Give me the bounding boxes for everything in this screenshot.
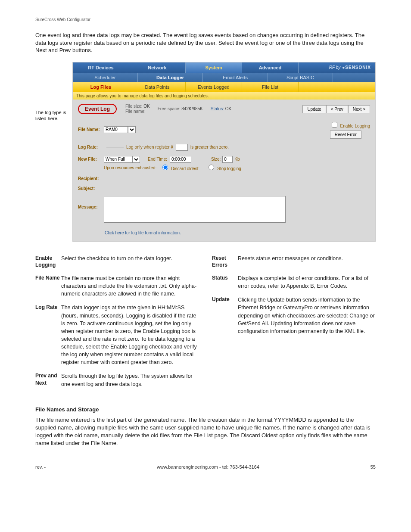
subnav-data-logger[interactable]: Data Logger [138,73,203,82]
topnav-rf-devices[interactable]: RF Devices [73,62,129,73]
enable-logging-checkbox[interactable] [332,122,337,128]
file-name-select[interactable] [128,126,136,133]
file-name-row: File Name: Enable Logging Reset Error [78,121,370,139]
definition-text: Scrolls through the log file types. The … [61,372,199,388]
subnav-scheduler[interactable]: Scheduler [73,73,138,82]
subsubnav-events-logged[interactable]: Events Logged [186,82,242,92]
log-rate-text2: is greater than zero. [190,145,229,149]
content-area: Event Log File size: OK File name: Free … [73,100,375,241]
definition-row: Log RateThe data logger logs at the rate… [35,304,199,366]
new-file-input[interactable] [104,156,132,163]
topnav-system[interactable]: System [186,62,242,73]
definition-term: Enable Logging [35,255,61,268]
log-type-title: Event Log [78,104,117,114]
definition-row: File NameThe file name must be contain n… [35,274,199,298]
dash-icon [106,147,124,147]
file-name-label: File Name: [78,127,104,132]
definition-term: Log Rate [35,304,61,366]
log-rate-text1: Log only when register # [126,145,173,149]
brand-prefix: RF by [329,62,341,73]
subsubnav-log-files[interactable]: Log Files [73,82,129,92]
page-footer: rev. - www.bannerengineering.com - tel: … [35,464,376,470]
discard-oldest-text: Discard oldest [171,166,198,171]
screenshot-wrapper: The log type is listed here. RF Devices … [35,62,376,242]
size-input[interactable] [222,156,233,163]
definition-row: Reset ErrorsResets status error messages… [212,255,376,268]
definition-row: UpdateClicking the Update button sends i… [212,296,376,335]
free-space-value: 842K/985K [181,106,203,111]
callout-left-note: The log type is listed here. [35,62,72,122]
footer-left: rev. - [35,464,46,470]
file-name-input[interactable] [104,126,128,133]
file-size-label: File size: [125,104,142,109]
stop-logging-radio[interactable] [209,165,214,170]
definitions-right: Reset ErrorsResets status error messages… [212,255,376,394]
prev-button[interactable]: < Prev [326,105,348,113]
enable-logging-text: Enable Logging [340,124,370,128]
stop-logging-label[interactable]: Stop logging [207,165,241,171]
size-unit: Kb [234,157,240,162]
definition-row: Enable LoggingSelect the checkbox to tur… [35,255,199,268]
update-button[interactable]: Update [302,105,326,113]
status-stat: Status: OK [211,106,231,112]
log-rate-label: Log Rate: [78,145,104,149]
topnav-network[interactable]: Network [129,62,186,73]
reset-error-button[interactable]: Reset Error [330,131,361,139]
definition-row: StatusDisplays a complete list of error … [212,274,376,290]
definition-text: Select the checkbox to turn on the data … [61,255,199,268]
subsub-nav: Log Files Data Points Events Logged File… [73,82,375,92]
new-file-select[interactable] [132,156,140,163]
new-file-label: New File: [78,157,104,162]
next-button[interactable]: Next > [348,105,370,113]
top-nav: RF Devices Network System Advanced RF by… [73,62,375,73]
footer-right: 55 [371,464,376,470]
topnav-advanced[interactable]: Advanced [242,62,299,73]
section-heading: File Names and Storage [35,406,376,413]
definition-text: Displays a complete list of error condit… [238,274,376,290]
sub-nav: Scheduler Data Logger Email Alerts Scrip… [73,73,375,82]
brand-area: RF by ●SENSONIX [325,62,375,73]
recipient-label: Recipient: [78,176,104,181]
message-textarea[interactable] [104,196,286,223]
status-value: OK [225,106,231,111]
file-name-stat-label: File name: [125,109,146,114]
size-label: Size: [211,157,221,162]
end-time-input[interactable] [170,156,191,163]
definitions-columns: Enable LoggingSelect the checkbox to tur… [35,255,376,394]
definition-text: The file name must be contain no more th… [61,274,199,298]
new-file-row: New File: End Time: Size: Kb Upon resour… [78,156,370,171]
app-window: RF Devices Network System Advanced RF by… [72,62,376,242]
recipient-row: Recipient: [78,176,370,181]
subsubnav-data-points[interactable]: Data Points [129,82,186,92]
free-space-stat: Free space: 842K/985K [158,106,203,112]
subject-label: Subject: [78,186,104,191]
format-info-link[interactable]: Click here for log file format informati… [105,230,181,235]
end-time-label: End Time: [148,157,167,162]
description-bar: This page allows you to manage data log … [73,92,375,100]
definition-term: Update [212,296,238,335]
discard-oldest-label[interactable]: Discard oldest [161,165,198,171]
log-rate-row: Log Rate: Log only when register # is gr… [78,144,370,151]
intro-paragraph: One event log and three data logs may be… [35,31,376,54]
exhausted-label: Upon resources exhausted: [104,165,156,170]
subsubnav-file-list[interactable]: File List [242,82,299,92]
message-row: Message: [78,196,370,223]
definition-text: The data logger logs at the rate given i… [61,304,199,366]
status-link[interactable]: Status: [211,106,224,111]
message-label: Message: [78,196,104,209]
log-rate-register-input[interactable] [176,144,188,151]
subnav-email-alerts[interactable]: Email Alerts [203,73,268,82]
file-size-value: OK [143,104,149,109]
free-space-label: Free space: [158,106,181,111]
definition-term: File Name [35,274,61,298]
definition-text: Resets status error messages or conditio… [238,255,376,268]
body-paragraph: The file name entered is the first part … [35,416,376,448]
status-row: Event Log File size: OK File name: Free … [78,104,370,115]
discard-oldest-radio[interactable] [162,165,168,170]
definition-term: Status [212,274,238,290]
subnav-script-basic[interactable]: Script BASIC [268,73,333,82]
definition-row: Prev and NextScrolls through the log fil… [35,372,199,388]
enable-logging-label[interactable]: Enable Logging [330,121,370,129]
definition-term: Reset Errors [212,255,238,268]
brand-name: ●SENSONIX [342,62,371,73]
